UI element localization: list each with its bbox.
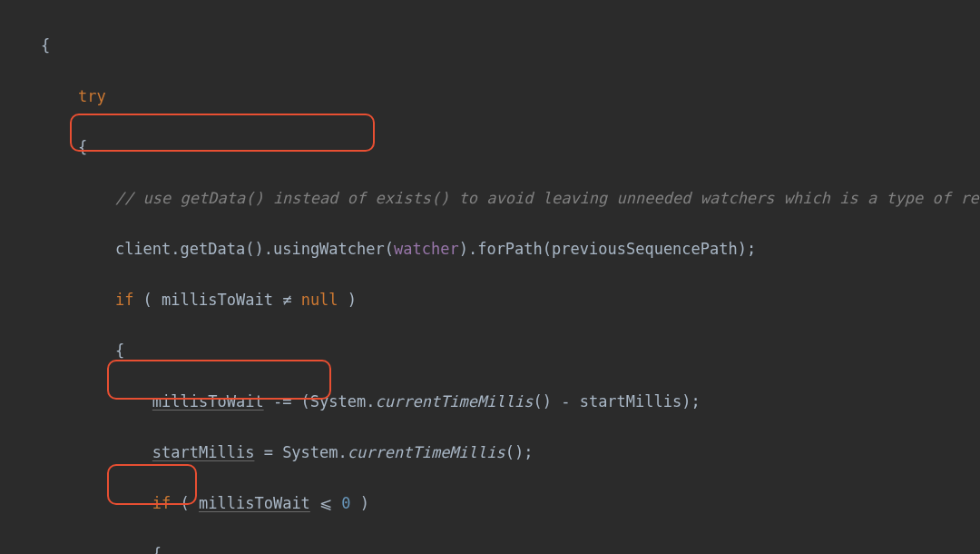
id-currenttimemillis: currentTimeMillis — [348, 443, 505, 461]
paren: ) — [338, 291, 357, 309]
try-keyword: try — [78, 87, 106, 105]
brace: { — [152, 545, 162, 554]
var-millistowait: millisToWait — [152, 392, 264, 411]
expr: -= (System. — [264, 392, 376, 411]
null-keyword: null — [301, 291, 338, 309]
number-zero: 0 — [341, 494, 350, 512]
paren: ) — [351, 494, 369, 512]
brace: { — [115, 341, 124, 360]
not-equals-op: ≠ — [273, 291, 301, 309]
if-keyword: if — [152, 494, 171, 512]
var-millistowait: millisToWait — [199, 494, 310, 512]
expr: () - startMillis); — [533, 392, 700, 411]
id-client: client — [115, 240, 171, 258]
code-editor-area[interactable]: { try { // use getData() instead of exis… — [0, 0, 980, 554]
var-startmillis: startMillis — [152, 443, 255, 461]
if-keyword: if — [115, 291, 133, 309]
id-usingwatcher: usingWatcher — [273, 240, 385, 258]
comment: // use getData() instead of exists() to … — [115, 189, 979, 207]
paren: ( — [171, 494, 199, 512]
expr: (); — [505, 443, 534, 461]
id-currenttimemillis: currentTimeMillis — [375, 392, 533, 411]
expr: = System. — [254, 443, 347, 461]
brace: { — [41, 36, 50, 54]
lte-op: ⩽ — [310, 494, 341, 512]
var-millistowait: millisToWait — [162, 291, 273, 309]
id-getdata: getData — [181, 240, 246, 258]
param-watcher: watcher — [394, 240, 459, 258]
brace: { — [78, 138, 87, 156]
id-forpath: forPath — [477, 240, 543, 258]
param-prevseqpath: previousSequencePath — [552, 240, 738, 258]
paren: ( — [133, 291, 162, 309]
